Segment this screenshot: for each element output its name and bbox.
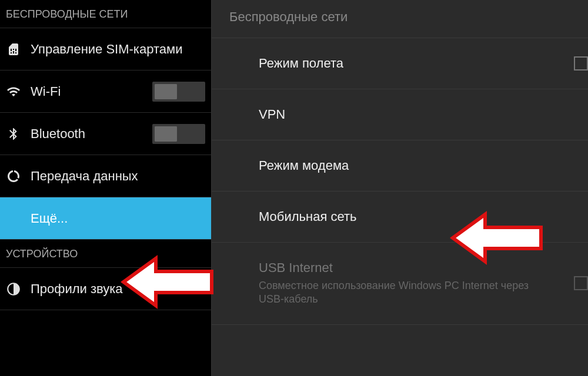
data-usage-icon [6,169,21,184]
audio-profiles-icon [6,281,21,297]
bluetooth-icon [6,126,21,142]
sidebar-item-data-usage[interactable]: Передача данных [0,155,211,197]
list-item-title: USB Internet [259,260,541,276]
list-item-vpn[interactable]: VPN [212,89,588,140]
sidebar-item-sim[interactable]: Управление SIM-картами [0,28,211,70]
bluetooth-toggle[interactable] [152,124,205,144]
sim-card-icon [6,42,21,57]
list-item-title: Мобильная сеть [259,209,541,224]
wifi-toggle[interactable] [152,82,205,102]
list-item-mobile-network[interactable]: Мобильная сеть [212,192,588,243]
sidebar-item-wifi[interactable]: Wi-Fi [0,70,211,113]
sidebar-item-audio-profiles[interactable]: Профили звука [0,268,211,310]
section-header-device: УСТРОЙСТВО [0,240,211,268]
sidebar-item-label: Профили звука [31,281,205,297]
main-panel: Беспроводные сети Режим полета VPN Режим… [212,0,588,376]
wifi-icon [6,84,21,99]
list-item-subtitle: Совместное использование Windows PC Inte… [259,279,541,307]
sidebar-item-more[interactable]: Ещё... [0,197,211,240]
section-header-wireless: БЕСПРОВОДНЫЕ СЕТИ [0,0,211,28]
list-item-title: Режим полета [259,56,541,71]
settings-sidebar: БЕСПРОВОДНЫЕ СЕТИ Управление SIM-картами… [0,0,212,376]
sidebar-item-label: Управление SIM-картами [31,42,205,57]
sidebar-item-label: Wi-Fi [31,84,152,99]
sidebar-item-label: Ещё... [31,211,205,226]
list-item-title: VPN [259,107,541,122]
panel-header: Беспроводные сети [212,0,588,38]
list-item-title: Режим модема [259,158,541,173]
airplane-mode-checkbox[interactable] [574,56,588,70]
sidebar-item-label: Передача данных [31,169,205,184]
sidebar-item-label: Bluetooth [31,126,152,142]
sidebar-item-bluetooth[interactable]: Bluetooth [0,113,211,155]
list-item-usb-internet: USB Internet Совместное использование Wi… [212,243,588,325]
list-item-airplane-mode[interactable]: Режим полета [212,38,588,89]
list-item-tethering[interactable]: Режим модема [212,140,588,192]
usb-internet-checkbox [574,276,588,290]
blank-icon [6,211,21,226]
